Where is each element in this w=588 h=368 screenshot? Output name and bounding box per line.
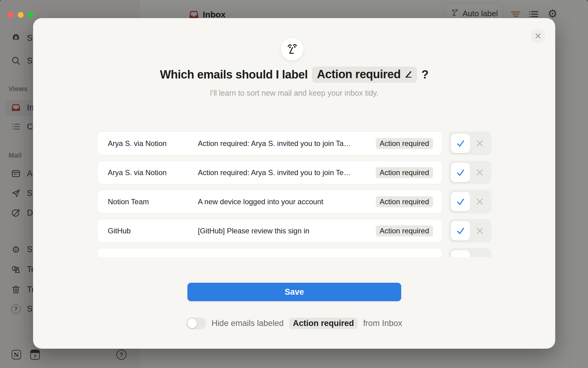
email-card bbox=[97, 248, 443, 257]
reject-button[interactable] bbox=[470, 139, 489, 148]
email-subject: [GitHub] Please review this sign in bbox=[198, 227, 376, 235]
auto-label-badge bbox=[281, 37, 304, 61]
approve-reject-control bbox=[449, 219, 491, 243]
email-card: GitHub [GitHub] Please review this sign … bbox=[97, 219, 443, 243]
close-icon bbox=[534, 32, 542, 40]
hide-labeled-toggle[interactable] bbox=[186, 317, 206, 329]
email-card: Arya S. via Notion Action required: Arya… bbox=[97, 161, 443, 184]
save-button[interactable]: Save bbox=[187, 283, 401, 301]
email-sender: GitHub bbox=[108, 227, 198, 235]
check-icon bbox=[456, 139, 466, 148]
label-badge: Action required bbox=[376, 225, 433, 236]
x-icon bbox=[476, 197, 484, 206]
approve-reject-control bbox=[449, 248, 491, 257]
email-subject: A new device logged into your account bbox=[198, 197, 376, 206]
approve-button[interactable] bbox=[451, 134, 470, 153]
check-icon bbox=[456, 226, 466, 236]
email-card: Notion Team A new device logged into you… bbox=[97, 190, 443, 213]
label-chip-editable[interactable]: Action required bbox=[312, 67, 417, 83]
x-icon bbox=[476, 168, 484, 177]
close-button[interactable] bbox=[531, 29, 545, 43]
edit-pencil-icon bbox=[404, 70, 413, 79]
table-row: GitHub [GitHub] Please review this sign … bbox=[97, 219, 491, 243]
approve-button[interactable] bbox=[451, 221, 470, 240]
email-sender: Arya S. via Notion bbox=[108, 139, 198, 148]
table-row: Arya S. via Notion Action required: Arya… bbox=[97, 132, 491, 155]
email-sender: Arya S. via Notion bbox=[108, 168, 198, 177]
dialog-title: Which emails should I label Action requi… bbox=[33, 67, 555, 83]
reject-button[interactable] bbox=[470, 168, 489, 177]
approve-reject-control bbox=[449, 190, 491, 213]
label-badge: Action required bbox=[376, 196, 433, 207]
dialog-title-prefix: Which emails should I label bbox=[160, 68, 308, 81]
approve-button[interactable] bbox=[451, 192, 470, 211]
mail-app-window: S S Views In bbox=[0, 0, 588, 368]
email-sender: Notion Team bbox=[108, 197, 198, 206]
toggle-knob bbox=[187, 319, 197, 328]
approve-reject-control bbox=[449, 132, 491, 155]
email-subject: Action required: Arya S. invited you to … bbox=[198, 168, 376, 177]
screen: S S Views In bbox=[0, 0, 588, 368]
hide-toggle-prefix: Hide emails labeled bbox=[212, 319, 284, 328]
approve-button[interactable] bbox=[451, 250, 470, 257]
table-row: Notion Team A new device logged into you… bbox=[97, 190, 491, 213]
email-card: Arya S. via Notion Action required: Arya… bbox=[97, 132, 443, 155]
label-chip-text: Action required bbox=[317, 68, 401, 81]
dialog-subtitle: I'll learn to sort new mail and keep you… bbox=[33, 89, 555, 98]
email-sample-list: Arya S. via Notion Action required: Arya… bbox=[97, 132, 491, 257]
x-icon bbox=[476, 139, 484, 148]
window-zoom-button[interactable] bbox=[28, 12, 33, 18]
table-row-partial bbox=[97, 248, 491, 257]
auto-label-dialog: Which emails should I label Action requi… bbox=[33, 18, 555, 349]
window-minimize-button[interactable] bbox=[18, 12, 24, 18]
x-icon bbox=[476, 227, 484, 235]
window-close-button[interactable] bbox=[8, 12, 13, 18]
auto-label-face-icon bbox=[285, 42, 299, 56]
email-subject: Action required: Arya S. invited you to … bbox=[198, 139, 376, 148]
hide-toggle-suffix: from Inbox bbox=[363, 319, 402, 328]
table-row: Arya S. via Notion Action required: Arya… bbox=[97, 161, 491, 184]
hide-labeled-row: Hide emails labeled Action required from… bbox=[33, 317, 555, 329]
reject-button[interactable] bbox=[470, 227, 489, 235]
check-icon bbox=[456, 197, 466, 207]
dialog-title-suffix: ? bbox=[421, 68, 428, 81]
label-badge: Action required bbox=[376, 167, 433, 178]
approve-reject-control bbox=[449, 161, 491, 184]
label-badge: Action required bbox=[376, 138, 433, 149]
check-icon bbox=[456, 168, 466, 178]
reject-button[interactable] bbox=[470, 197, 489, 206]
hide-toggle-label-chip: Action required bbox=[289, 318, 358, 329]
approve-button[interactable] bbox=[451, 163, 470, 182]
